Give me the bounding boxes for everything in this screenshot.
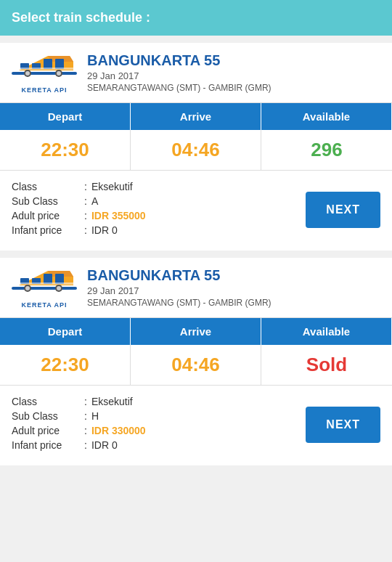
infant-value-2: IDR 0: [91, 439, 118, 451]
subclass-value-2: H: [91, 410, 99, 422]
svg-rect-17: [44, 274, 52, 284]
adult-value-1: IDR 355000: [91, 210, 146, 221]
next-button-1[interactable]: NEXT: [306, 192, 380, 228]
train-details-2: BANGUNKARTA 55 29 Jan 2017 SEMARANGTAWAN…: [87, 267, 271, 308]
adult-sep-1: :: [84, 210, 87, 221]
logo-area-2: KERETA API: [12, 266, 77, 309]
class-sep-1: :: [84, 181, 87, 192]
adult-value-2: IDR 330000: [91, 425, 146, 436]
svg-point-10: [57, 71, 61, 76]
subclass-label-1: Sub Class: [12, 195, 84, 207]
arrive-header-2: Arrive: [131, 318, 261, 345]
train-info-2: KERETA API BANGUNKARTA 55 29 Jan 2017 SE…: [0, 258, 392, 317]
cards-container: KERETA API BANGUNKARTA 55 29 Jan 2017 SE…: [0, 43, 392, 465]
class-value-2: Eksekutif: [91, 396, 133, 407]
train-route-1: SEMARANGTAWANG (SMT) - GAMBIR (GMR): [87, 83, 271, 93]
class-info-1: Class : Eksekutif Sub Class : A Adult pr…: [0, 171, 392, 239]
adult-price-row-1: Adult price : IDR 355000: [12, 210, 291, 221]
adult-sep-2: :: [84, 425, 87, 436]
infant-price-row-2: Infant price : IDR 0: [12, 439, 291, 451]
train-info-1: KERETA API BANGUNKARTA 55 29 Jan 2017 SE…: [0, 43, 392, 102]
train-date-1: 29 Jan 2017: [87, 70, 271, 81]
schedule-table-2: Depart Arrive Available 22:30 04:46 Sold: [0, 317, 392, 386]
class-label-2: Class: [12, 396, 84, 407]
train-details-1: BANGUNKARTA 55 29 Jan 2017 SEMARANGTAWAN…: [87, 52, 271, 93]
depart-header-1: Depart: [0, 103, 131, 130]
svg-rect-5: [44, 59, 52, 69]
subclass-row-1: Sub Class : A: [12, 195, 291, 207]
kereta-api-logo-2: [12, 266, 77, 301]
class-value-1: Eksekutif: [91, 181, 133, 192]
adult-label-2: Adult price: [12, 425, 84, 436]
depart-time-2: 22:30: [0, 345, 131, 386]
class-info-2: Class : Eksekutif Sub Class : H Adult pr…: [0, 386, 392, 454]
infant-price-row-1: Infant price : IDR 0: [12, 224, 291, 236]
train-card-1: KERETA API BANGUNKARTA 55 29 Jan 2017 SE…: [0, 43, 392, 251]
arrive-time-1: 04:46: [131, 130, 261, 171]
infant-label-2: Infant price: [12, 439, 84, 451]
schedule-table-1: Depart Arrive Available 22:30 04:46 296: [0, 102, 392, 171]
next-btn-area-2: NEXT: [306, 396, 380, 454]
svg-rect-23: [19, 282, 73, 285]
kereta-api-logo-1: [12, 52, 77, 86]
availability-2: Sold: [261, 345, 392, 386]
logo-area-1: KERETA API: [12, 52, 77, 94]
class-details-1: Class : Eksekutif Sub Class : A Adult pr…: [12, 181, 291, 239]
next-button-2[interactable]: NEXT: [306, 407, 380, 443]
class-details-2: Class : Eksekutif Sub Class : H Adult pr…: [12, 396, 291, 454]
available-header-2: Available: [261, 318, 392, 345]
arrive-time-2: 04:46: [131, 345, 261, 386]
next-btn-area-1: NEXT: [306, 181, 380, 239]
train-route-2: SEMARANGTAWANG (SMT) - GAMBIR (GMR): [87, 298, 271, 308]
infant-value-1: IDR 0: [91, 224, 118, 236]
subclass-row-2: Sub Class : H: [12, 410, 291, 422]
train-card-2: KERETA API BANGUNKARTA 55 29 Jan 2017 SE…: [0, 258, 392, 465]
logo-label-2: KERETA API: [21, 301, 67, 309]
train-name-2: BANGUNKARTA 55: [87, 267, 271, 284]
infant-label-1: Infant price: [12, 224, 84, 236]
svg-point-22: [57, 286, 61, 290]
svg-rect-18: [55, 274, 64, 284]
train-name-1: BANGUNKARTA 55: [87, 52, 271, 69]
class-row-1: Class : Eksekutif: [12, 181, 291, 192]
header-bar: Select train schedule :: [0, 0, 392, 36]
arrive-header-1: Arrive: [131, 103, 261, 130]
availability-1: 296: [261, 130, 392, 171]
depart-time-1: 22:30: [0, 130, 131, 171]
train-date-2: 29 Jan 2017: [87, 285, 271, 296]
subclass-label-2: Sub Class: [12, 410, 84, 422]
class-label-1: Class: [12, 181, 84, 192]
infant-sep-1: :: [84, 224, 87, 236]
subclass-sep-1: :: [84, 195, 87, 207]
svg-rect-6: [55, 59, 64, 69]
subclass-sep-2: :: [84, 410, 87, 422]
svg-rect-12: [12, 287, 77, 290]
subclass-value-1: A: [91, 195, 98, 207]
class-sep-2: :: [84, 396, 87, 407]
depart-header-2: Depart: [0, 318, 131, 345]
svg-rect-0: [12, 72, 77, 75]
svg-point-8: [25, 71, 30, 76]
adult-price-row-2: Adult price : IDR 330000: [12, 425, 291, 436]
svg-rect-11: [19, 68, 73, 70]
logo-label-1: KERETA API: [21, 86, 67, 94]
class-row-2: Class : Eksekutif: [12, 396, 291, 407]
infant-sep-2: :: [84, 439, 87, 451]
header-title: Select train schedule :: [12, 10, 150, 25]
svg-point-20: [25, 286, 30, 290]
adult-label-1: Adult price: [12, 210, 84, 221]
available-header-1: Available: [261, 103, 392, 130]
